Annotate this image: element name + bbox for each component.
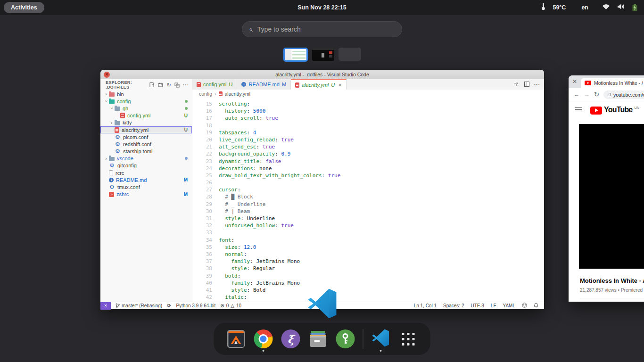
breadcrumb[interactable]: config › alacritty.yml [192, 90, 544, 98]
tree-item-alacritty.yml[interactable]: ›alacritty.ymlU [100, 126, 192, 133]
vscode-window[interactable]: ✕ alacritty.yml - .dotfiles - Visual Stu… [100, 70, 544, 309]
tab-config-yml[interactable]: config.yml U [192, 79, 237, 90]
code-line[interactable]: 19tabspaces: 4 [192, 129, 544, 136]
system-indicators[interactable]: 59°C en [541, 0, 637, 15]
code-line[interactable]: 35 size: 12.0 [192, 244, 544, 251]
code-line[interactable]: 34font: [192, 237, 544, 244]
code-line[interactable]: 31 style: Underline [192, 215, 544, 222]
breadcrumb-file[interactable]: alacritty.yml [225, 91, 251, 97]
dock-keepass[interactable] [336, 325, 355, 353]
feedback-smiley-icon[interactable] [522, 303, 527, 309]
new-file-icon[interactable] [149, 82, 155, 88]
code-line[interactable]: 42 italic: [192, 294, 544, 301]
code-line[interactable]: 26 [192, 179, 544, 186]
expand-chevron-icon[interactable]: › [103, 91, 109, 97]
tab-alacritty-yml[interactable]: alacritty.yml U × [291, 79, 347, 90]
chrome-tab-youtube[interactable]: Motionless In White - / [581, 78, 644, 88]
tree-item-kitty[interactable]: ›kitty [100, 119, 192, 126]
tree-item-zshrc[interactable]: ›>zshrcM [100, 191, 192, 198]
code-line[interactable]: 15scrolling: [192, 100, 544, 107]
code-line[interactable]: 22background_opacity: 0.9 [192, 150, 544, 157]
code-line[interactable]: 21alt_send_esc: true [192, 143, 544, 150]
code-line[interactable]: 40 family: JetBrains Mono [192, 280, 544, 287]
code-line[interactable]: 37 family: JetBrains Mono [192, 258, 544, 265]
vscode-titlebar[interactable]: ✕ alacritty.yml - .dotfiles - Visual Stu… [100, 70, 544, 79]
dock-files[interactable] [308, 325, 328, 353]
problems-status[interactable]: ⊗ 0 △ 10 [220, 303, 241, 308]
dock-alacritty[interactable] [226, 325, 246, 353]
code-line[interactable]: 29 # _ Underline [192, 201, 544, 208]
address-bar[interactable]: youtube.com/wa [603, 90, 644, 99]
close-icon[interactable]: ✕ [572, 78, 577, 85]
sync-icon[interactable]: ⟳ [167, 303, 171, 309]
tree-item-gitconfig[interactable]: ›⚙gitconfig [100, 162, 192, 169]
search-input[interactable]: ⌕ Type to search [242, 21, 402, 37]
collapse-all-icon[interactable] [174, 82, 180, 88]
code-line[interactable]: 16 history: 5000 [192, 107, 544, 115]
reload-icon[interactable]: ↻ [594, 91, 599, 98]
code-line[interactable]: 27cursor: [192, 186, 544, 193]
tree-item-vscode[interactable]: ›vscode [100, 155, 192, 162]
code-line[interactable]: 25draw_bold_text_with_bright_colors: tru… [192, 172, 544, 179]
new-folder-icon[interactable] [158, 82, 164, 88]
close-tab-icon[interactable]: × [339, 82, 341, 88]
code-line[interactable]: 36 normal: [192, 251, 544, 258]
more-actions-icon[interactable]: ··· [534, 82, 540, 87]
code-line[interactable]: 39 bold: [192, 272, 544, 280]
status-item[interactable]: UTF-8 [471, 303, 484, 308]
forward-icon[interactable]: → [584, 91, 590, 98]
chrome-window[interactable]: ✕ Motionless In White - / ← → ↻ youtube.… [569, 75, 644, 302]
status-item[interactable]: Spaces: 2 [443, 303, 464, 308]
code-line[interactable]: 24decorations: none [192, 165, 544, 172]
code-line[interactable]: 20live_config_reload: true [192, 136, 544, 143]
expand-chevron-icon[interactable]: › [109, 106, 115, 111]
refresh-icon[interactable]: ↻ [167, 82, 171, 88]
expand-chevron-icon[interactable]: › [103, 156, 109, 161]
code-line[interactable]: 32 unfocused_hollow: true [192, 222, 544, 229]
python-version[interactable]: Python 3.9.9 64-bit [176, 303, 215, 308]
open-changes-icon[interactable] [514, 80, 520, 89]
code-line[interactable]: 28 # █ Block [192, 193, 544, 200]
dock-emacs[interactable]: ξ [281, 325, 301, 353]
workspace-thumbnail-active[interactable] [283, 48, 308, 62]
dock-app-grid[interactable] [398, 325, 418, 353]
tree-item-tmux.conf[interactable]: ›⚙tmux.conf [100, 183, 192, 190]
tree-item-picom.conf[interactable]: ›⚙picom.conf [100, 133, 192, 140]
workspace-thumbnail-empty[interactable] [339, 48, 361, 61]
tab-readme-md[interactable]: i README.md M [237, 79, 291, 90]
code-area[interactable]: 15scrolling:16 history: 500017 auto_scro… [192, 98, 544, 302]
tree-item-bin[interactable]: ›bin [100, 90, 192, 98]
code-line[interactable]: 18 [192, 122, 544, 129]
back-icon[interactable]: ← [573, 91, 579, 98]
tree-item-config.yml[interactable]: ›config.ymlU [100, 112, 192, 119]
tree-item-rcrc[interactable]: ›rcrc [100, 169, 192, 176]
code-line[interactable]: 23dynamic_title: false [192, 158, 544, 165]
status-item[interactable]: YAML [503, 303, 516, 308]
remote-indicator[interactable]: ✕ [100, 302, 111, 310]
git-branch-status[interactable]: master* (Rebasing) [116, 303, 162, 308]
code-line[interactable]: 33 [192, 229, 544, 236]
tree-item-gh[interactable]: ›gh [100, 105, 192, 112]
code-line[interactable]: 17 auto_scroll: true [192, 115, 544, 122]
tree-item-starship.toml[interactable]: ›⚙starship.toml [100, 148, 192, 155]
code-line[interactable]: 41 style: Bold [192, 287, 544, 294]
code-line[interactable]: 38 style: Regular [192, 265, 544, 272]
expand-chevron-icon[interactable]: › [104, 99, 109, 104]
tree-item-redshift.conf[interactable]: ›⚙redshift.conf [100, 140, 192, 148]
notifications-bell-icon[interactable] [534, 303, 538, 309]
more-icon[interactable]: ··· [183, 82, 189, 88]
code-line[interactable]: 30 # | Beam [192, 208, 544, 215]
video-player[interactable] [579, 124, 644, 269]
youtube-logo[interactable]: YouTube UA [590, 106, 639, 115]
dock-vscode[interactable] [371, 325, 391, 353]
expand-chevron-icon[interactable]: › [109, 120, 115, 125]
keyboard-layout-indicator[interactable]: en [581, 4, 588, 11]
workspace-thumbnail-youtube[interactable] [312, 48, 334, 61]
menu-icon[interactable] [575, 106, 582, 114]
tree-item-config[interactable]: ›config [100, 98, 192, 105]
status-item[interactable]: Ln 1, Col 1 [414, 303, 437, 308]
dock-chrome[interactable] [254, 325, 273, 353]
tree-item-README.md[interactable]: ›iREADME.mdM [100, 176, 192, 183]
status-item[interactable]: LF [491, 303, 496, 308]
breadcrumb-folder[interactable]: config [199, 91, 212, 97]
